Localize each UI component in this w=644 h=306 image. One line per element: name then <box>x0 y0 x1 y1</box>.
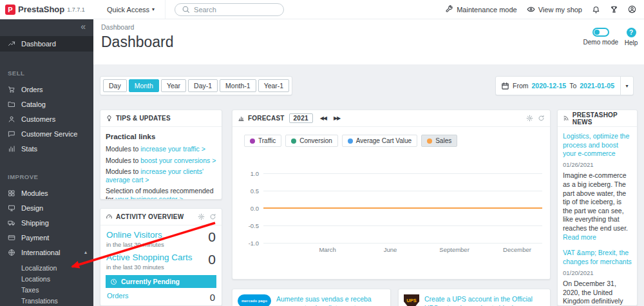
x-axis-tick: December <box>503 246 531 253</box>
sidebar-item-customer-service[interactable]: Customer Service <box>0 126 93 141</box>
bar-chart-icon <box>238 115 245 122</box>
average-cart-dot-icon <box>348 139 353 144</box>
quick-access-menu[interactable]: Quick Access ▾ <box>97 0 166 19</box>
ups-link[interactable]: Create a UPS account in the Official UPS… <box>424 294 545 306</box>
trophy-icon[interactable] <box>610 5 618 14</box>
sidebar-item-label: Dashboard <box>21 40 56 48</box>
sidebar-item-label: Design <box>21 204 43 212</box>
clock-icon <box>110 278 117 285</box>
to-date: 2021-01-05 <box>580 82 614 90</box>
account-icon[interactable] <box>628 5 636 14</box>
traffic-modules-link[interactable]: increase your traffic > <box>140 145 205 153</box>
active-carts-link[interactable]: Active Shopping Carts <box>106 253 193 262</box>
sidebar-subitem-translations[interactable]: Translations <box>0 295 93 306</box>
date-dropdown-button[interactable]: ▾ <box>620 77 633 95</box>
demo-mode-toggle[interactable]: Demo mode <box>583 28 618 46</box>
sidebar-item-dashboard[interactable]: Dashboard <box>0 36 93 52</box>
range-month-button[interactable]: Month <box>129 79 159 92</box>
legend-traffic[interactable]: Traffic <box>244 135 281 147</box>
sidebar-item-customers[interactable]: Customers <box>0 111 93 126</box>
modules-icon <box>8 189 15 197</box>
chevron-up-icon: ▴ <box>84 249 87 255</box>
x-axis-tick: March <box>319 246 336 253</box>
sidebar-item-stats[interactable]: Stats <box>0 141 93 156</box>
active-carts-metric: Active Shopping Carts in the last 30 min… <box>100 248 222 271</box>
sidebar-subitem-locations[interactable]: Locations <box>0 273 93 284</box>
legend-average-cart-value[interactable]: Average Cart Value <box>342 135 417 147</box>
sidebar-subitem-taxes[interactable]: Taxes <box>0 284 93 295</box>
pending-orders-link[interactable]: Orders <box>107 292 129 300</box>
international-submenu: Localization Locations Taxes Translation… <box>0 262 93 306</box>
sidebar-item-modules[interactable]: Modules <box>0 186 93 200</box>
tips-updates-panel: TIPS & UPDATES Practical links Modules t… <box>100 110 222 200</box>
tip-link-average-cart: Modules to increase your clients' averag… <box>106 167 216 184</box>
sidebar-subitem-localization[interactable]: Localization <box>0 262 93 273</box>
gear-icon[interactable] <box>526 115 533 122</box>
sidebar-item-shipping[interactable]: Shipping <box>0 215 93 230</box>
lightbulb-icon <box>106 115 113 122</box>
sales-dot-icon <box>427 139 432 144</box>
currently-pending-title: Currently Pending <box>121 278 180 285</box>
article-title-link[interactable]: Logistics, optimize the process and boos… <box>563 132 632 158</box>
date-range-picker[interactable]: From 2020-12-15 To 2021-01-05 ▾ <box>495 76 634 95</box>
range-day-1-button[interactable]: Day-1 <box>188 79 218 92</box>
read-more-link[interactable]: Read more <box>563 233 596 241</box>
range-day-button[interactable]: Day <box>103 79 127 92</box>
article-title-link[interactable]: VAT &amp; Brexit, the changes for mercha… <box>563 249 632 266</box>
sidebar: « Dashboard SELL Orders Catalog Customer… <box>0 19 93 306</box>
stats-icon <box>8 145 15 153</box>
traffic-dot-icon <box>250 139 255 144</box>
gear-icon[interactable] <box>198 213 205 220</box>
page-title: Dashboard <box>101 33 644 51</box>
sidebar-item-international[interactable]: International ▴ <box>0 245 93 260</box>
sidebar-item-label: Customer Service <box>21 130 77 138</box>
forecast-next-button[interactable]: ▶▶ <box>334 115 340 121</box>
legend-conversion[interactable]: Conversion <box>285 135 338 147</box>
online-visitors-value: 0 <box>208 230 216 244</box>
search-input[interactable] <box>194 6 270 14</box>
maintenance-mode-button[interactable]: Maintenance mode <box>445 5 517 14</box>
sidebar-item-label: Stats <box>21 145 37 153</box>
credit-card-icon <box>8 234 15 242</box>
forecast-year-badge[interactable]: 2021 <box>289 113 313 123</box>
forecast-panel: FORECAST 2021 ◀◀ ▶▶ Traffic Conversion A… <box>232 110 551 280</box>
legend-sales[interactable]: Sales <box>421 135 457 147</box>
activity-panel-title: ACTIVITY OVERVIEW <box>116 213 184 220</box>
view-my-shop-button[interactable]: View my shop <box>527 5 582 14</box>
forecast-prev-button[interactable]: ◀◀ <box>320 115 327 121</box>
tip-link-conversions: Modules to boost your conversions > <box>106 157 216 165</box>
online-visitors-link[interactable]: Online Visitors <box>106 230 164 240</box>
business-sector-link[interactable]: your business sector > <box>115 195 183 200</box>
maintenance-mode-label: Maintenance mode <box>457 6 517 14</box>
x-axis-tick: June <box>384 246 397 253</box>
pending-orders-row: Orders 0 <box>100 288 222 303</box>
sidebar-item-payment[interactable]: Payment <box>0 230 93 245</box>
sidebar-collapse-button[interactable]: « <box>0 19 93 33</box>
sidebar-item-catalog[interactable]: Catalog <box>0 97 93 111</box>
sidebar-item-orders[interactable]: Orders <box>0 82 93 97</box>
sidebar-section-sell: SELL <box>8 70 93 77</box>
y-axis-tick: 1.0 <box>251 170 259 177</box>
prestashop-logo[interactable]: P PrestaShop 1.7.7.1 <box>0 5 97 15</box>
range-year-1-button[interactable]: Year-1 <box>258 79 290 92</box>
prestashop-news-panel: PRESTASHOP NEWS Logistics, optimize the … <box>557 110 638 306</box>
mercado-pago-link[interactable]: Aumente suas vendas e receba pagamentos … <box>276 294 385 306</box>
news-article: VAT &amp; Brexit, the changes for mercha… <box>563 249 632 306</box>
range-year-button[interactable]: Year <box>161 79 186 92</box>
refresh-icon[interactable] <box>538 115 545 122</box>
search-box[interactable] <box>175 3 284 16</box>
conversions-modules-link[interactable]: boost your conversions > <box>140 157 216 164</box>
bell-icon[interactable] <box>592 5 600 14</box>
range-month-1-button[interactable]: Month-1 <box>220 79 256 92</box>
gridline <box>263 191 542 191</box>
wrench-icon <box>445 5 453 14</box>
refresh-icon[interactable] <box>209 213 216 220</box>
logo-mark-icon: P <box>5 5 15 15</box>
sidebar-item-design[interactable]: Design <box>0 200 93 215</box>
toggle-icon <box>592 28 609 37</box>
topbar-actions: Maintenance mode View my shop <box>445 5 644 14</box>
help-button[interactable]: ? Help <box>621 28 641 46</box>
ups-logo: UPS <box>404 294 419 306</box>
sidebar-item-label: Orders <box>21 86 43 93</box>
to-label: To <box>569 82 576 90</box>
